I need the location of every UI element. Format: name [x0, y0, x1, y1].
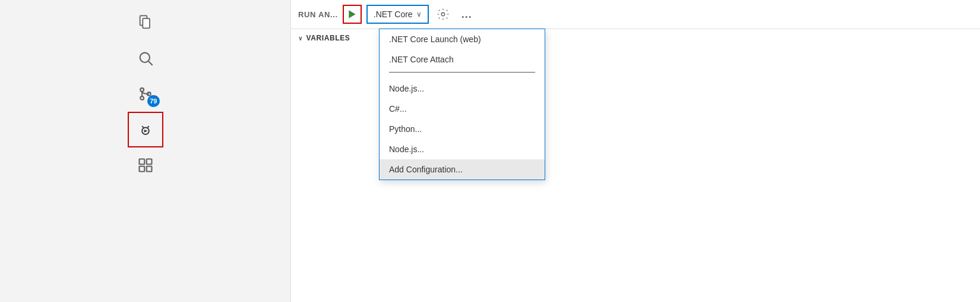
dropdown-item-nodejs-1[interactable]: Node.js... — [380, 78, 545, 99]
svg-rect-13 — [146, 159, 151, 165]
sidebar-item-extensions[interactable] — [128, 147, 163, 183]
dropdown-item-python[interactable]: Python... — [380, 119, 545, 139]
variables-label: VARIABLES — [306, 34, 350, 42]
dropdown-item-net-core-launch[interactable]: .NET Core Launch (web) — [380, 29, 545, 49]
source-control-badge: 79 — [147, 95, 159, 107]
svg-rect-1 — [143, 18, 150, 28]
play-icon — [347, 9, 358, 20]
config-dropdown-menu: .NET Core Launch (web) .NET Core Attach … — [379, 29, 545, 180]
svg-marker-11 — [144, 130, 147, 133]
svg-point-17 — [441, 12, 445, 16]
svg-rect-15 — [146, 166, 151, 172]
dropdown-item-add-config[interactable]: Add Configuration... — [380, 159, 545, 180]
dropdown-item-nodejs-2[interactable]: Node.js... — [380, 139, 545, 159]
play-button[interactable] — [343, 5, 362, 24]
svg-line-9 — [142, 126, 143, 127]
svg-point-4 — [140, 96, 144, 100]
more-label: ... — [461, 8, 472, 21]
sidebar-item-search[interactable] — [128, 40, 163, 76]
toolbar: RUN AN... .NET Core ∨ ... .NET Core Laun… — [291, 0, 980, 29]
svg-point-2 — [140, 53, 149, 62]
svg-point-5 — [140, 88, 144, 92]
svg-rect-14 — [139, 166, 144, 172]
dropdown-item-csharp[interactable]: C#... — [380, 99, 545, 119]
search-icon — [137, 50, 154, 67]
svg-line-10 — [147, 126, 148, 127]
svg-line-3 — [148, 61, 152, 65]
explorer-icon — [137, 14, 154, 31]
extensions-icon — [137, 157, 154, 174]
sidebar: 79 — [0, 0, 291, 302]
main-content: RUN AN... .NET Core ∨ ... .NET Core Laun… — [291, 0, 980, 302]
sidebar-item-source-control[interactable]: 79 — [128, 76, 163, 112]
chevron-down-icon: ∨ — [416, 10, 422, 18]
dropdown-separator — [389, 72, 535, 73]
svg-rect-12 — [139, 159, 144, 165]
sidebar-item-run-debug[interactable] — [128, 112, 163, 147]
run-debug-icon — [137, 121, 154, 138]
gear-icon — [437, 8, 450, 21]
sidebar-item-explorer[interactable] — [128, 5, 163, 40]
config-dropdown[interactable]: .NET Core ∨ — [366, 5, 429, 24]
variables-chevron-icon: ∨ — [298, 35, 303, 42]
more-button[interactable]: ... — [457, 5, 476, 24]
config-name: .NET Core — [374, 10, 413, 19]
svg-marker-16 — [349, 10, 355, 18]
gear-button[interactable] — [434, 5, 453, 24]
run-label: RUN AN... — [298, 10, 338, 19]
dropdown-item-net-core-attach[interactable]: .NET Core Attach — [380, 49, 545, 70]
